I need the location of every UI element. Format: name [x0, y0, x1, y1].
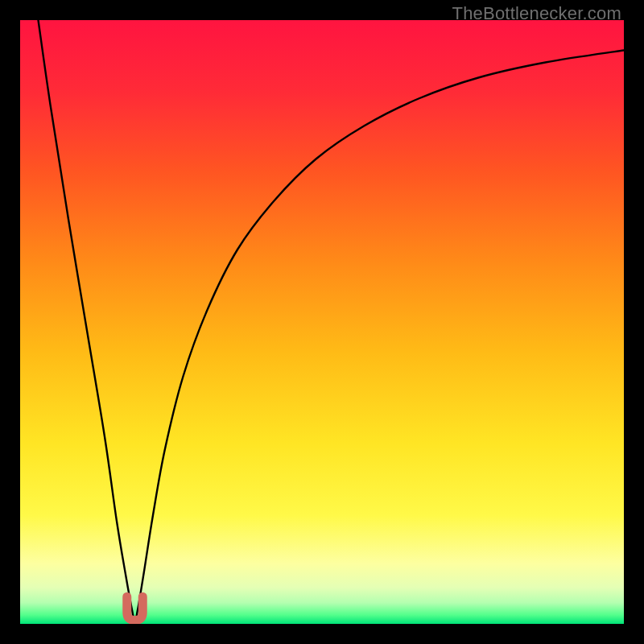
- optimum-marker: [127, 597, 143, 620]
- chart-frame: TheBottlenecker.com: [0, 0, 644, 644]
- plot-area: [20, 20, 624, 624]
- bottleneck-curve: [20, 20, 624, 624]
- watermark-text: TheBottlenecker.com: [452, 3, 621, 24]
